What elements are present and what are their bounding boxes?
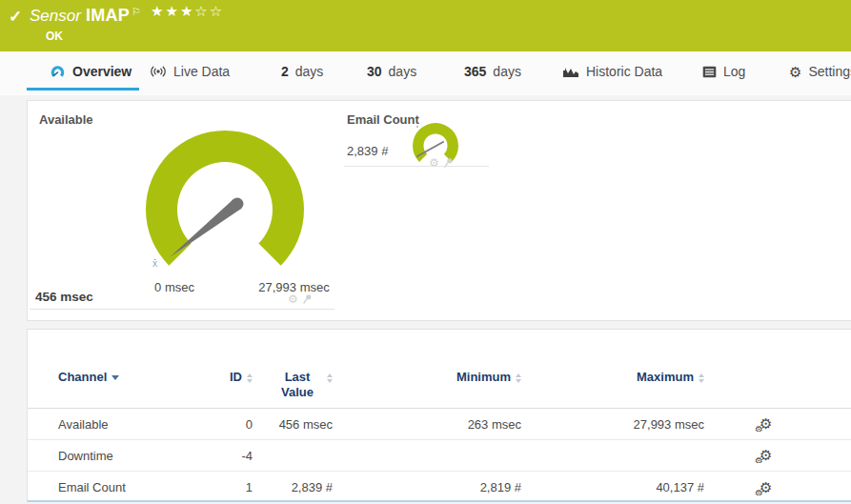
cell-last-value: 456 msec <box>253 417 333 432</box>
flag-icon[interactable]: ⚐ <box>132 6 141 17</box>
channel-settings-icon[interactable]: ⚙⚙ <box>760 480 772 495</box>
tab-label: Settings <box>808 64 851 79</box>
divider <box>30 309 334 310</box>
tab-live-data[interactable]: Live Data <box>150 51 230 91</box>
channel-table: Channel ID Last Value Minimum Maximum <box>28 330 851 502</box>
available-current-value: 456 msec <box>35 290 93 304</box>
channel-table-panel: Channel ID Last Value Minimum Maximum <box>27 329 851 502</box>
tab-label: days <box>295 64 324 79</box>
pin-icon[interactable] <box>302 293 313 305</box>
log-list-icon <box>702 66 717 78</box>
table-header-row: Channel ID Last Value Minimum Maximum <box>28 330 851 409</box>
cell-maximum: 27,993 msec <box>521 417 704 432</box>
cell-id: 1 <box>192 480 253 494</box>
gear-icon[interactable]: ⚙ <box>429 157 439 169</box>
email-count-current-value: 2,839 # <box>347 144 388 158</box>
cell-channel[interactable]: Downtime <box>58 449 192 463</box>
sensor-name: IMAP <box>86 6 130 25</box>
divider <box>344 166 489 167</box>
gauge-title-available: Available <box>39 112 93 127</box>
page-title: SensorIMAP⚐ <box>30 6 141 26</box>
table-row[interactable]: Email Count 1 2,839 # 2,819 # 40,137 # ⚙… <box>28 472 851 502</box>
sort-icon <box>699 373 704 383</box>
cell-id: 0 <box>192 417 253 432</box>
sensor-header: ✓ SensorIMAP⚐ ★★★☆☆ OK <box>0 0 851 51</box>
tab-number: 365 <box>464 64 486 79</box>
column-header-channel[interactable]: Channel <box>58 370 192 384</box>
column-header-maximum[interactable]: Maximum <box>521 370 704 384</box>
priority-stars[interactable]: ★★★☆☆ <box>151 3 224 20</box>
channel-settings-icon[interactable]: ⚙⚙ <box>760 416 772 432</box>
channel-settings-icon[interactable]: ⚙⚙ <box>760 448 772 463</box>
gauge-title-email-count: Email Count <box>347 112 419 127</box>
tab-label: Historic Data <box>586 64 662 79</box>
table-row[interactable]: Downtime -4 ⚙⚙ <box>28 440 851 472</box>
tab-number: 30 <box>367 64 382 79</box>
gear-icon[interactable]: ⚙ <box>288 293 298 305</box>
average-marker: x̄ <box>152 258 157 269</box>
gauge-options[interactable]: ⚙ <box>429 157 454 169</box>
overview-gauges-panel: Available x̄ 0 msec 27,993 msec 456 msec… <box>27 100 851 321</box>
tab-30-days[interactable]: 30 days <box>367 51 416 91</box>
cell-minimum: 2,819 # <box>333 480 521 494</box>
title-prefix: Sensor <box>30 7 81 25</box>
table-row[interactable]: Available 0 456 msec 263 msec 27,993 mse… <box>28 409 851 440</box>
tab-log[interactable]: Log <box>702 51 745 91</box>
tab-label: Live Data <box>173 64 230 79</box>
tab-2-days[interactable]: 2 days <box>281 51 323 91</box>
column-header-id[interactable]: ID <box>192 370 253 384</box>
tab-label: days <box>389 64 417 79</box>
header-label: ID <box>230 370 242 384</box>
broadcast-icon <box>150 65 167 78</box>
tab-historic-data[interactable]: Historic Data <box>562 51 662 91</box>
sort-desc-icon <box>111 375 119 380</box>
tab-overview[interactable]: Overview <box>50 51 132 91</box>
status-check-icon: ✓ <box>9 7 22 27</box>
gauge-icon <box>50 64 66 80</box>
tab-bar: Overview Live Data 2 days 30 days 365 da… <box>0 51 851 95</box>
column-header-last-value[interactable]: Last Value <box>253 370 333 401</box>
pin-icon[interactable] <box>443 157 454 169</box>
header-label: Minimum <box>456 370 511 384</box>
gauge-options[interactable]: ⚙ <box>288 293 313 305</box>
cell-id: -4 <box>192 449 253 463</box>
tab-label: Overview <box>72 64 132 79</box>
active-tab-underline <box>27 88 139 91</box>
header-label: Last Value <box>273 370 322 401</box>
header-label: Channel <box>58 370 107 384</box>
gauge-min-label: 0 msec <box>136 280 213 294</box>
column-header-minimum[interactable]: Minimum <box>333 370 521 384</box>
tab-label: days <box>493 64 521 79</box>
available-gauge <box>139 124 311 295</box>
cell-last-value: 2,839 # <box>253 480 333 494</box>
gear-icon: ⚙ <box>789 65 801 79</box>
tab-number: 2 <box>281 64 289 79</box>
cell-maximum: 40,137 # <box>521 480 704 494</box>
cell-channel[interactable]: Available <box>58 417 192 432</box>
header-label: Maximum <box>637 370 694 384</box>
cell-channel[interactable]: Email Count <box>58 480 192 494</box>
tab-settings[interactable]: ⚙ Settings <box>789 51 851 91</box>
area-chart-icon <box>562 65 579 78</box>
tab-label: Log <box>723 64 745 79</box>
status-badge: OK <box>46 30 63 43</box>
tab-365-days[interactable]: 365 days <box>464 51 521 91</box>
cell-minimum: 263 msec <box>333 417 521 432</box>
